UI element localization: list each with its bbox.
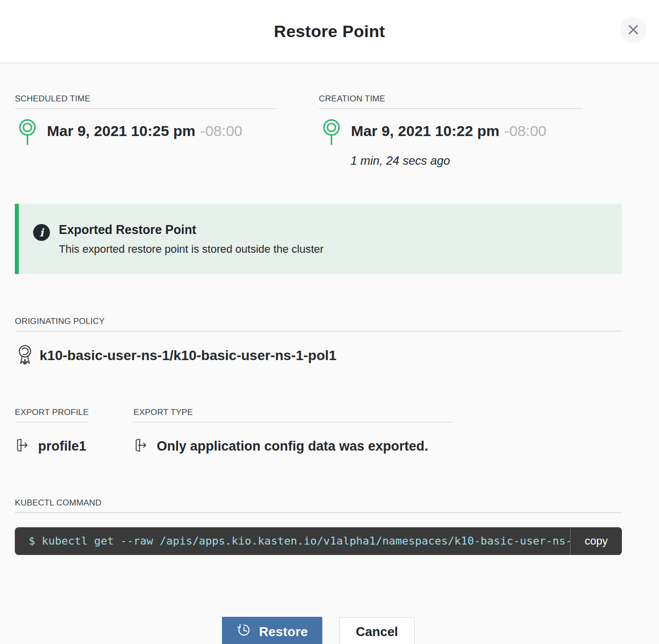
- scheduled-time-label: SCHEDULED TIME: [15, 94, 277, 109]
- originating-policy-value: k10-basic-user-ns-1/k10-basic-user-ns-1-…: [40, 348, 337, 364]
- time-pin-icon: [322, 118, 341, 148]
- kubectl-command-section: KUBECTL COMMAND $ kubectl get --raw /api…: [15, 498, 622, 555]
- restore-history-icon: [236, 622, 252, 641]
- creation-relative-time: 1 min, 24 secs ago: [351, 154, 582, 168]
- banner-message: This exported restore point is stored ou…: [59, 243, 324, 256]
- restore-point-modal: Restore Point SCHEDULED TIME: [0, 0, 659, 644]
- close-icon: [627, 23, 640, 38]
- policy-award-icon: [17, 344, 33, 368]
- export-type-section: EXPORT TYPE Only application config data…: [133, 408, 453, 455]
- kubectl-command-text: $ kubectl get --raw /apis/apps.kio.kaste…: [15, 527, 570, 555]
- export-type-value: Only application config data was exporte…: [157, 439, 428, 454]
- export-profile-section: EXPORT PROFILE profile1: [15, 408, 133, 455]
- exported-restore-point-banner: i Exported Restore Point This exported r…: [15, 204, 622, 274]
- kubectl-command-label: KUBECTL COMMAND: [15, 498, 622, 513]
- info-icon: i: [33, 224, 50, 243]
- kubectl-code-block: $ kubectl get --raw /apis/apps.kio.kaste…: [15, 527, 622, 555]
- scheduled-timezone: -08:00: [200, 118, 242, 144]
- creation-datetime: Mar 9, 2021 10:22 pm: [351, 118, 499, 144]
- scheduled-time-section: SCHEDULED TIME Mar 9, 2021 10:25 pm -08:…: [15, 94, 277, 168]
- copy-button[interactable]: copy: [570, 527, 622, 555]
- export-profile-label: EXPORT PROFILE: [15, 408, 89, 422]
- time-row: SCHEDULED TIME Mar 9, 2021 10:25 pm -08:…: [15, 94, 622, 168]
- originating-policy-label: ORIGINATING POLICY: [15, 317, 622, 331]
- scheduled-datetime: Mar 9, 2021 10:25 pm: [47, 118, 195, 144]
- cancel-button[interactable]: Cancel: [339, 617, 415, 644]
- export-icon: [134, 438, 148, 455]
- modal-actions: Restore Cancel: [15, 617, 622, 644]
- export-type-label: EXPORT TYPE: [133, 408, 453, 422]
- modal-body: SCHEDULED TIME Mar 9, 2021 10:25 pm -08:…: [0, 63, 659, 644]
- banner-title: Exported Restore Point: [59, 223, 324, 237]
- restore-button[interactable]: Restore: [222, 617, 322, 644]
- creation-time-label: CREATION TIME: [319, 94, 582, 109]
- time-pin-icon: [18, 118, 37, 148]
- modal-header: Restore Point: [0, 0, 659, 63]
- close-button[interactable]: [620, 17, 647, 44]
- page-title: Restore Point: [274, 22, 385, 41]
- export-icon: [16, 438, 30, 455]
- originating-policy-section: ORIGINATING POLICY k10-basic-user-ns-1/k…: [15, 317, 622, 368]
- restore-button-label: Restore: [259, 624, 308, 640]
- creation-timezone: -08:00: [504, 118, 546, 144]
- creation-time-section: CREATION TIME Mar 9, 2021 10:22 pm -08:0…: [319, 94, 582, 168]
- export-profile-value: profile1: [38, 439, 87, 454]
